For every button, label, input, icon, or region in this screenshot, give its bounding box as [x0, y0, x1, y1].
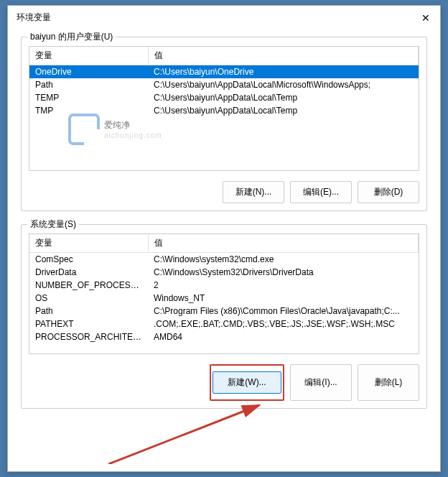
highlight-annotation: 新建(W)... — [210, 364, 284, 401]
col-value[interactable]: 值 — [148, 234, 419, 253]
cell-value: C:\Users\baiyun\AppData\Local\Temp — [148, 104, 419, 117]
col-value[interactable]: 值 — [148, 47, 419, 65]
system-delete-button[interactable]: 删除(L) — [358, 364, 419, 401]
user-edit-button[interactable]: 编辑(E)... — [290, 181, 352, 203]
cell-variable: TMP — [29, 104, 148, 117]
table-row[interactable]: PATHEXT.COM;.EXE;.BAT;.CMD;.VBS;.VBE;.JS… — [29, 318, 419, 330]
cell-value: 2 — [148, 279, 419, 292]
cell-variable: TEMP — [29, 91, 148, 104]
table-row[interactable]: OSWindows_NT — [29, 292, 419, 305]
table-row[interactable]: OneDriveC:\Users\baiyun\OneDrive — [29, 65, 419, 79]
cell-variable: ComSpec — [29, 253, 148, 267]
system-edit-button[interactable]: 编辑(I)... — [290, 364, 352, 401]
cell-variable: PROCESSOR_ARCHITECT... — [29, 330, 148, 343]
env-vars-dialog: 环境变量 ✕ baiyun 的用户变量(U) 变量 值 OneDriveC:\U… — [7, 5, 441, 472]
user-buttons: 新建(N)... 编辑(E)... 删除(D) — [29, 181, 419, 203]
user-new-button[interactable]: 新建(N)... — [223, 181, 284, 203]
cell-variable: NUMBER_OF_PROCESSORS — [29, 279, 148, 292]
cell-value: C:\Program Files (x86)\Common Files\Orac… — [148, 305, 419, 318]
col-variable[interactable]: 变量 — [29, 47, 148, 65]
dialog-content: baiyun 的用户变量(U) 变量 值 OneDriveC:\Users\ba… — [8, 29, 440, 429]
close-icon[interactable]: ✕ — [420, 12, 431, 24]
table-row[interactable]: TMPC:\Users\baiyun\AppData\Local\Temp — [29, 104, 419, 117]
table-row[interactable]: PathC:\Program Files (x86)\Common Files\… — [29, 305, 419, 318]
table-row[interactable]: DriverDataC:\Windows\System32\Drivers\Dr… — [29, 266, 419, 279]
cell-variable: PATHEXT — [29, 318, 148, 330]
table-row[interactable]: PathC:\Users\baiyun\AppData\Local\Micros… — [29, 78, 419, 91]
table-row[interactable]: TEMPC:\Users\baiyun\AppData\Local\Temp — [29, 91, 419, 104]
col-variable[interactable]: 变量 — [29, 234, 148, 253]
cell-value: C:\Users\baiyun\AppData\Local\Microsoft\… — [148, 78, 419, 91]
cell-value: Windows_NT — [148, 292, 419, 305]
system-buttons: 新建(W)... 编辑(I)... 删除(L) — [29, 364, 419, 401]
cell-value: C:\Users\baiyun\AppData\Local\Temp — [148, 91, 419, 104]
user-vars-group: baiyun 的用户变量(U) 变量 值 OneDriveC:\Users\ba… — [21, 37, 427, 211]
cell-variable: OneDrive — [29, 65, 148, 79]
cell-variable: DriverData — [29, 266, 148, 279]
table-row[interactable]: PROCESSOR_ARCHITECT...AMD64 — [29, 330, 419, 343]
cell-variable: Path — [29, 78, 148, 91]
cell-value: C:\Users\baiyun\OneDrive — [148, 65, 419, 79]
titlebar: 环境变量 ✕ — [8, 6, 440, 29]
system-vars-table[interactable]: 变量 值 ComSpecC:\Windows\system32\cmd.exeD… — [29, 233, 419, 354]
system-vars-label: 系统变量(S) — [27, 218, 79, 231]
cell-variable: Path — [29, 305, 148, 318]
dialog-title: 环境变量 — [17, 11, 51, 24]
system-new-button[interactable]: 新建(W)... — [213, 371, 281, 394]
user-delete-button[interactable]: 删除(D) — [358, 181, 419, 203]
cell-value: C:\Windows\System32\Drivers\DriverData — [148, 266, 419, 279]
user-vars-label: baiyun 的用户变量(U) — [27, 31, 116, 43]
user-vars-table[interactable]: 变量 值 OneDriveC:\Users\baiyun\OneDrivePat… — [29, 46, 419, 171]
cell-value: C:\Windows\system32\cmd.exe — [148, 253, 419, 267]
cell-value: AMD64 — [148, 330, 419, 343]
table-row[interactable]: NUMBER_OF_PROCESSORS2 — [29, 279, 419, 292]
cell-variable: OS — [29, 292, 148, 305]
system-vars-group: 系统变量(S) 变量 值 ComSpecC:\Windows\system32\… — [21, 224, 427, 409]
table-row[interactable]: ComSpecC:\Windows\system32\cmd.exe — [29, 253, 419, 267]
cell-value: .COM;.EXE;.BAT;.CMD;.VBS;.VBE;.JS;.JSE;.… — [148, 318, 419, 330]
